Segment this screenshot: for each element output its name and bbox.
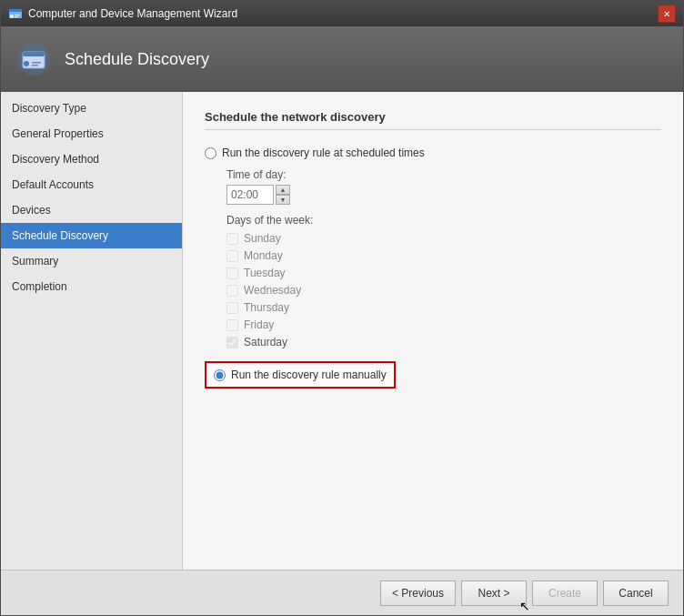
day-sunday-row: Sunday bbox=[226, 232, 661, 245]
wizard-icon bbox=[15, 41, 52, 77]
svg-rect-7 bbox=[23, 52, 45, 56]
day-monday-checkbox[interactable] bbox=[226, 250, 238, 262]
day-friday-row: Friday bbox=[226, 318, 661, 331]
manual-option-container: Run the discovery rule manually bbox=[205, 361, 396, 389]
create-button[interactable]: Create bbox=[532, 581, 598, 606]
manual-radio-label: Run the discovery rule manually bbox=[231, 369, 387, 381]
day-tuesday-row: Tuesday bbox=[226, 267, 661, 279]
sidebar-item-devices[interactable]: Devices bbox=[1, 197, 182, 223]
svg-rect-1 bbox=[9, 9, 22, 12]
time-input[interactable] bbox=[226, 185, 274, 205]
close-button[interactable]: ✕ bbox=[658, 5, 676, 23]
scheduled-radio-input[interactable] bbox=[205, 147, 216, 159]
time-up-button[interactable]: ▲ bbox=[276, 185, 290, 195]
day-sunday-checkbox[interactable] bbox=[226, 233, 238, 245]
day-wednesday-label: Wednesday bbox=[244, 284, 301, 297]
day-friday-label: Friday bbox=[244, 318, 274, 331]
main-window: Computer and Device Management Wizard ✕ … bbox=[0, 0, 684, 616]
svg-rect-4 bbox=[15, 16, 18, 17]
window-title: Computer and Device Management Wizard bbox=[28, 7, 237, 20]
day-tuesday-checkbox[interactable] bbox=[226, 268, 238, 279]
day-wednesday-checkbox[interactable] bbox=[226, 285, 238, 297]
day-thursday-row: Thursday bbox=[226, 301, 661, 314]
wizard-header: Schedule Discovery bbox=[1, 26, 683, 92]
svg-rect-10 bbox=[32, 65, 38, 66]
window-icon bbox=[8, 6, 23, 21]
day-thursday-label: Thursday bbox=[244, 301, 289, 314]
content-panel: Schedule the network discovery Run the d… bbox=[183, 92, 683, 570]
day-saturday-label: Saturday bbox=[244, 336, 287, 348]
day-monday-label: Monday bbox=[244, 249, 283, 262]
wizard-header-title: Schedule Discovery bbox=[65, 50, 209, 69]
section-title: Schedule the network discovery bbox=[205, 110, 661, 130]
sidebar-item-completion[interactable]: Completion bbox=[1, 274, 182, 299]
scheduled-radio-label: Run the discovery rule at scheduled time… bbox=[222, 146, 425, 159]
time-of-day-label: Time of day: bbox=[226, 168, 661, 181]
sidebar-item-general-properties[interactable]: General Properties bbox=[1, 121, 182, 146]
days-of-week-label: Days of the week: bbox=[226, 214, 661, 227]
svg-rect-3 bbox=[15, 15, 20, 15]
next-button-wrapper: Next > ↖ bbox=[461, 581, 527, 606]
svg-point-8 bbox=[24, 61, 29, 66]
sidebar-item-discovery-type[interactable]: Discovery Type bbox=[1, 96, 182, 121]
svg-rect-9 bbox=[32, 62, 41, 64]
day-monday-row: Monday bbox=[226, 249, 661, 262]
sidebar: Discovery Type General Properties Discov… bbox=[1, 92, 183, 570]
day-sunday-label: Sunday bbox=[244, 232, 281, 245]
title-bar: Computer and Device Management Wizard ✕ bbox=[1, 1, 683, 26]
sidebar-item-summary[interactable]: Summary bbox=[1, 248, 182, 274]
day-thursday-checkbox[interactable] bbox=[226, 302, 238, 314]
time-input-row: ▲ ▼ bbox=[226, 185, 661, 205]
title-bar-left: Computer and Device Management Wizard bbox=[8, 6, 237, 21]
previous-button[interactable]: < Previous bbox=[380, 581, 456, 606]
sidebar-item-schedule-discovery[interactable]: Schedule Discovery bbox=[1, 223, 182, 248]
sidebar-item-discovery-method[interactable]: Discovery Method bbox=[1, 146, 182, 172]
sidebar-item-default-accounts[interactable]: Default Accounts bbox=[1, 172, 182, 197]
day-tuesday-label: Tuesday bbox=[244, 267, 286, 279]
time-down-button[interactable]: ▼ bbox=[276, 195, 290, 205]
day-friday-checkbox[interactable] bbox=[226, 319, 238, 331]
day-saturday-checkbox[interactable] bbox=[226, 337, 238, 348]
next-button[interactable]: Next > bbox=[461, 581, 527, 606]
wizard-footer: < Previous Next > ↖ Create Cancel bbox=[1, 570, 683, 615]
wizard-body: Discovery Type General Properties Discov… bbox=[1, 92, 683, 570]
cancel-button[interactable]: Cancel bbox=[603, 581, 669, 606]
scheduled-radio-option: Run the discovery rule at scheduled time… bbox=[205, 146, 661, 159]
schedule-sub-section: Time of day: ▲ ▼ Days of the week: Sunda… bbox=[226, 168, 661, 348]
day-wednesday-row: Wednesday bbox=[226, 284, 661, 297]
svg-point-2 bbox=[10, 15, 14, 18]
day-saturday-row: Saturday bbox=[226, 336, 661, 348]
time-spin-buttons: ▲ ▼ bbox=[276, 185, 290, 205]
manual-radio-input[interactable] bbox=[214, 369, 226, 381]
